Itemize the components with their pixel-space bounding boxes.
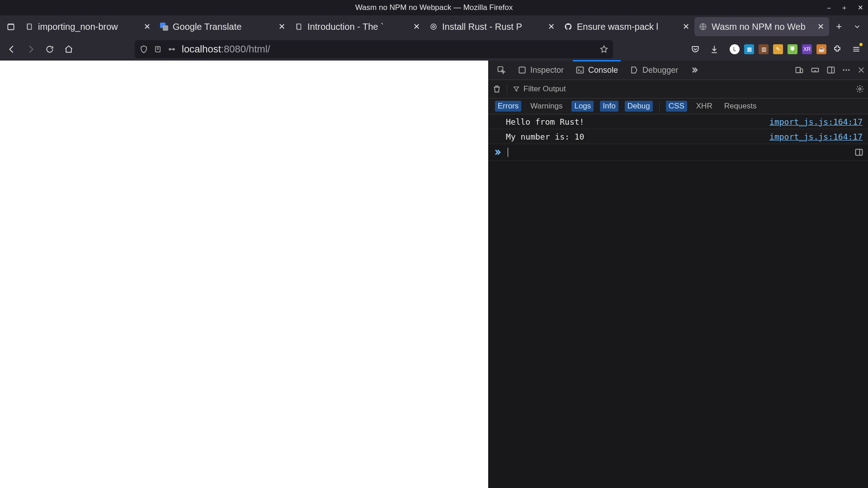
devtools-tab-console[interactable]: Console (570, 61, 623, 80)
console-prompt[interactable] (489, 144, 868, 161)
console-sidebar-toggle-icon[interactable] (854, 148, 863, 157)
svg-point-5 (169, 48, 170, 50)
console-category-css[interactable]: CSS (666, 101, 687, 112)
tab-close-icon[interactable]: ✕ (682, 22, 690, 32)
svg-rect-9 (577, 67, 584, 73)
console-category-debug[interactable]: Debug (625, 101, 653, 112)
tab-favicon-icon (295, 23, 303, 31)
tab-label: Wasm no NPM no Web (712, 22, 812, 32)
console-filter-input[interactable]: Filter Output (513, 83, 850, 95)
console-message[interactable]: My number is: 10import_js.js:164:17 (489, 129, 868, 144)
bookmark-star-icon[interactable] (599, 45, 609, 54)
extension-icon[interactable]: L (730, 44, 740, 54)
back-button[interactable] (4, 41, 20, 57)
pocket-button[interactable] (687, 41, 703, 57)
console-message-source-link[interactable]: import_js.js:164:17 (769, 117, 863, 127)
console-category-info[interactable]: Info (600, 101, 618, 112)
devtools-close-icon[interactable] (857, 66, 865, 74)
extension-icon[interactable]: ⛊ (788, 44, 797, 54)
devtools-header: Inspector Console Debugger (489, 61, 868, 80)
tab-favicon-icon (25, 23, 33, 31)
connection-icon[interactable] (167, 45, 176, 54)
reload-button[interactable] (42, 41, 58, 57)
svg-point-16 (848, 69, 849, 70)
devtools-rdm-icon[interactable] (795, 66, 804, 75)
console-messages: Hello from Rust!import_js.js:164:17My nu… (489, 114, 868, 144)
window-title: Wasm no NPM no Webpack — Mozilla Firefox (355, 3, 513, 12)
extension-icon[interactable]: XR (802, 44, 812, 54)
page-content (0, 61, 488, 488)
window-titlebar: Wasm no NPM no Webpack — Mozilla Firefox… (0, 0, 868, 15)
browser-tab[interactable]: importing_non-brow✕ (21, 17, 156, 36)
navigation-toolbar: localhost:8080/html/ L ▦ ▥ ✎ ⛊ XR ☕ (0, 38, 868, 61)
console-category-errors[interactable]: Errors (495, 101, 521, 112)
devtools-more-tabs-button[interactable] (684, 61, 704, 80)
devtools-keyboard-icon[interactable] (810, 66, 820, 75)
console-message[interactable]: Hello from Rust!import_js.js:164:17 (489, 114, 868, 129)
console-category-requests[interactable]: Requests (722, 101, 760, 112)
devtools-tab-inspector[interactable]: Inspector (512, 61, 569, 80)
tab-label: importing_non-brow (38, 22, 138, 32)
console-message-text: My number is: 10 (506, 132, 584, 141)
devtools-tab-label: Console (588, 66, 618, 75)
window-minimize-button[interactable]: − (827, 4, 831, 12)
console-category-logs[interactable]: Logs (571, 101, 594, 112)
browser-tab[interactable]: Install Rust - Rust P✕ (425, 17, 560, 36)
window-close-button[interactable]: ✕ (858, 4, 863, 12)
svg-point-1 (431, 24, 436, 29)
extension-icon[interactable]: ✎ (773, 44, 783, 54)
tab-close-icon[interactable]: ✕ (412, 22, 420, 32)
svg-point-14 (843, 69, 844, 70)
home-button[interactable] (61, 41, 77, 57)
funnel-icon (513, 85, 520, 93)
page-info-icon[interactable] (154, 45, 162, 53)
devtools-meatball-icon[interactable] (842, 66, 851, 75)
svg-rect-0 (8, 24, 14, 30)
tab-overflow-button[interactable] (849, 19, 865, 35)
url-bar[interactable]: localhost:8080/html/ (135, 40, 613, 58)
console-filter-bar: Filter Output (489, 80, 868, 99)
extensions-button[interactable] (829, 41, 845, 57)
devtools-element-picker[interactable] (491, 61, 511, 80)
console-category-xhr[interactable]: XHR (693, 101, 715, 112)
devtools-panel: Inspector Console Debugger (488, 61, 868, 488)
separator (659, 102, 660, 111)
tab-bar: importing_non-brow✕Google Translate✕Intr… (0, 15, 868, 38)
console-category-warnings[interactable]: Warnings (528, 101, 565, 112)
tab-close-icon[interactable]: ✕ (547, 22, 555, 32)
console-prompt-chevron-icon (493, 148, 502, 157)
forward-button[interactable] (23, 41, 39, 57)
tab-close-icon[interactable]: ✕ (143, 22, 151, 32)
extension-icon[interactable]: ☕ (816, 44, 826, 54)
browser-tab[interactable]: Ensure wasm-pack l✕ (560, 17, 694, 36)
new-tab-button[interactable]: + (831, 19, 847, 35)
tab-close-icon[interactable]: ✕ (278, 22, 286, 32)
tab-label: Ensure wasm-pack l (577, 22, 677, 32)
console-empty-area (489, 161, 868, 488)
window-maximize-button[interactable]: ＋ (841, 4, 848, 12)
console-prompt-cursor (508, 148, 508, 157)
extension-icon[interactable]: ▦ (744, 44, 754, 54)
svg-rect-13 (828, 67, 835, 73)
shield-icon[interactable] (139, 45, 148, 54)
devtools-tab-debugger[interactable]: Debugger (624, 61, 684, 80)
svg-point-2 (433, 26, 435, 28)
tab-favicon-icon (564, 23, 572, 31)
downloads-button[interactable] (706, 41, 722, 57)
console-category-bar: ErrorsWarningsLogsInfoDebugCSSXHRRequest… (489, 99, 868, 114)
browser-tab[interactable]: Wasm no NPM no Web✕ (694, 17, 829, 36)
devtools-dock-icon[interactable] (826, 66, 835, 75)
browser-tab[interactable]: Google Translate✕ (156, 17, 290, 36)
url-text: localhost:8080/html/ (182, 43, 270, 55)
console-message-source-link[interactable]: import_js.js:164:17 (769, 132, 863, 141)
recent-browsing-button[interactable] (3, 19, 19, 35)
browser-tab[interactable]: Introduction - The `✕ (290, 17, 425, 36)
app-menu-button[interactable] (848, 41, 864, 57)
svg-rect-18 (856, 149, 863, 155)
svg-rect-12 (812, 68, 819, 72)
extension-icon[interactable]: ▥ (759, 44, 769, 54)
trash-icon[interactable] (492, 84, 501, 94)
tab-close-icon[interactable]: ✕ (816, 22, 825, 32)
console-filter-placeholder: Filter Output (524, 84, 566, 94)
console-settings-icon[interactable] (855, 84, 864, 94)
